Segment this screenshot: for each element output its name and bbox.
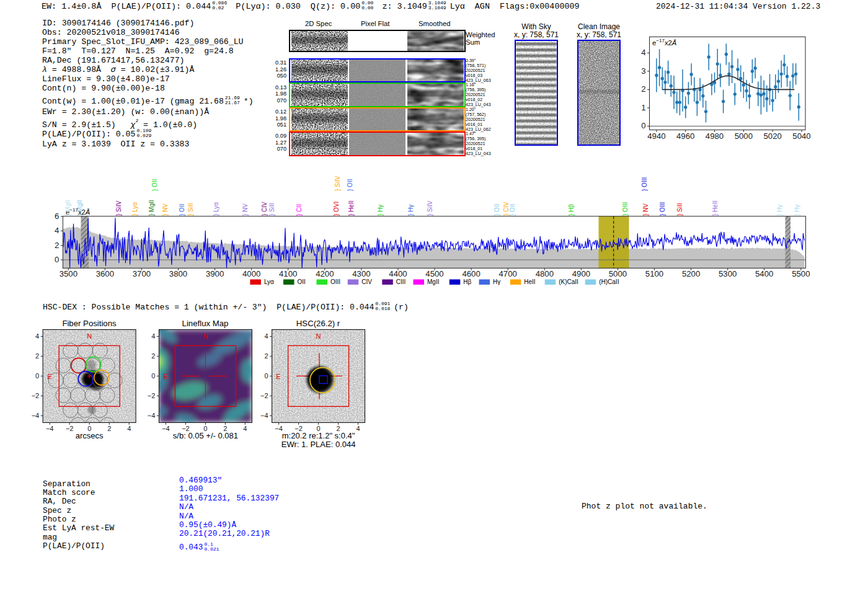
svg-text:4: 4 xyxy=(264,332,268,340)
svg-text:5200: 5200 xyxy=(682,269,700,278)
svg-text:Hβ: Hβ xyxy=(463,278,471,285)
svg-text:4600: 4600 xyxy=(462,269,480,278)
svg-text:−2: −2 xyxy=(66,425,74,432)
svg-text:2: 2 xyxy=(55,241,59,250)
svg-text:−4: −4 xyxy=(162,425,170,432)
svg-text:0: 0 xyxy=(35,372,39,380)
svg-text:4: 4 xyxy=(151,332,155,340)
svg-text:4000: 4000 xyxy=(242,269,260,278)
svg-text:−4: −4 xyxy=(32,412,40,419)
svg-text:3500: 3500 xyxy=(60,269,78,278)
svg-text:4800: 4800 xyxy=(536,269,554,278)
svg-text:MgII: MgII xyxy=(427,278,439,285)
svg-text:−4: −4 xyxy=(148,412,156,419)
svg-text:s/b: 0.05 +/- 0.081: s/b: 0.05 +/- 0.081 xyxy=(173,431,238,440)
svg-text:3900: 3900 xyxy=(206,269,224,278)
svg-text:4: 4 xyxy=(127,425,131,432)
svg-text:Hγ: Hγ xyxy=(493,278,500,285)
svg-text:HeII: HeII xyxy=(524,278,535,285)
svg-text:0: 0 xyxy=(151,372,155,380)
svg-text:−4: −4 xyxy=(46,425,54,432)
svg-text:−2: −2 xyxy=(148,392,156,399)
svg-text:2: 2 xyxy=(264,352,268,360)
svg-text:E: E xyxy=(276,373,280,380)
svg-text:−2: −2 xyxy=(260,392,268,399)
svg-text:2: 2 xyxy=(107,425,111,432)
svg-text:5500: 5500 xyxy=(792,269,810,278)
svg-text:CIV: CIV xyxy=(361,278,372,285)
svg-text:3800: 3800 xyxy=(169,269,187,278)
svg-text:3700: 3700 xyxy=(133,269,151,278)
svg-text:−4: −4 xyxy=(260,412,268,419)
svg-text:OII: OII xyxy=(298,278,306,285)
svg-text:m:20.2 re:1.2" s:0.4": m:20.2 re:1.2" s:0.4" xyxy=(282,431,355,440)
svg-text:E: E xyxy=(163,373,167,380)
svg-text:4200: 4200 xyxy=(316,269,334,278)
svg-text:4: 4 xyxy=(243,425,247,432)
svg-text:5400: 5400 xyxy=(755,269,773,278)
svg-text:4: 4 xyxy=(55,226,59,235)
svg-text:4900: 4900 xyxy=(572,269,590,278)
svg-text:0: 0 xyxy=(264,372,268,380)
svg-text:4500: 4500 xyxy=(425,269,443,278)
svg-text:3600: 3600 xyxy=(96,269,114,278)
svg-text:N: N xyxy=(87,332,92,340)
svg-text:Lyα: Lyα xyxy=(264,278,274,285)
svg-text:0: 0 xyxy=(55,255,59,264)
svg-text:4100: 4100 xyxy=(279,269,297,278)
svg-text:5100: 5100 xyxy=(645,269,663,278)
svg-text:arcsecs: arcsecs xyxy=(76,431,104,440)
svg-text:CIII: CIII xyxy=(396,278,406,285)
svg-text:E: E xyxy=(47,373,51,380)
svg-text:N: N xyxy=(203,332,208,340)
svg-text:(H)CaII: (H)CaII xyxy=(599,278,619,285)
svg-text:4: 4 xyxy=(356,425,360,432)
svg-text:2: 2 xyxy=(151,352,155,360)
svg-text:−2: −2 xyxy=(32,392,40,399)
svg-text:5300: 5300 xyxy=(719,269,737,278)
svg-text:2: 2 xyxy=(35,352,39,360)
svg-text:EWr: 1. PLAE: 0.044: EWr: 1. PLAE: 0.044 xyxy=(281,440,356,449)
svg-text:(K)CaII: (K)CaII xyxy=(559,278,578,285)
svg-text:4: 4 xyxy=(35,332,39,340)
svg-text:4400: 4400 xyxy=(389,269,407,278)
svg-text:5000: 5000 xyxy=(609,269,627,278)
svg-text:N: N xyxy=(316,332,321,340)
svg-text:6: 6 xyxy=(55,211,59,221)
svg-text:4300: 4300 xyxy=(352,269,370,278)
svg-text:OIII: OIII xyxy=(330,278,340,285)
svg-text:4700: 4700 xyxy=(499,269,517,278)
